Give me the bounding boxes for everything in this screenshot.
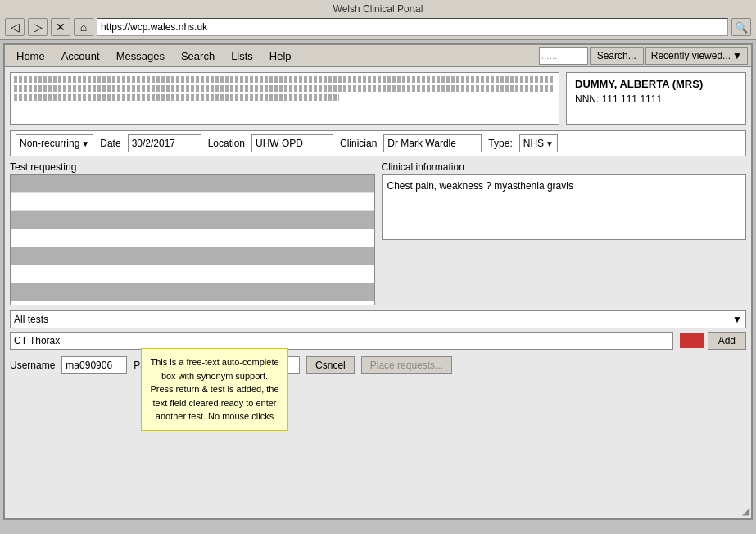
place-requests-button[interactable]: Place requests... xyxy=(361,356,452,374)
test-row-4 xyxy=(11,229,374,247)
test-row-7 xyxy=(11,283,374,301)
menu-home[interactable]: Home xyxy=(8,48,53,65)
add-test-row: Add This is a free-text auto-complete bo… xyxy=(10,332,746,350)
tooltip: This is a free-text auto-complete box wi… xyxy=(141,348,288,431)
menu-messages[interactable]: Messages xyxy=(108,48,173,65)
test-row-1 xyxy=(11,175,374,193)
username-input[interactable] xyxy=(61,356,127,374)
clinician-label: Clinician xyxy=(340,138,377,149)
type-select-arrow: ▼ xyxy=(81,139,89,148)
referral-text-box xyxy=(10,72,559,125)
menu-help[interactable]: Help xyxy=(261,48,300,65)
patient-info-box: DUMMY, ALBERTA (MRS) NNN: 111 111 1111 xyxy=(566,72,746,125)
filter-select-arrow: ▼ xyxy=(732,314,742,325)
test-row-2 xyxy=(11,193,374,211)
type-select[interactable]: Non-recurring ▼ xyxy=(16,134,93,152)
test-requesting-label: Test requesting xyxy=(10,161,375,173)
location-label: Location xyxy=(208,138,245,149)
test-table xyxy=(10,174,375,305)
type2-select[interactable]: NHS ▼ xyxy=(519,134,558,152)
go-button[interactable]: 🔍 xyxy=(731,18,751,36)
patient-name: DUMMY, ALBERTA (MRS) xyxy=(575,78,737,90)
type2-select-arrow: ▼ xyxy=(545,139,554,148)
filter-select[interactable]: All tests ▼ xyxy=(10,310,746,328)
dropdown-arrow-icon: ▼ xyxy=(732,50,742,61)
search-combo[interactable] xyxy=(539,47,588,65)
username-label: Username xyxy=(10,360,55,371)
menu-account[interactable]: Account xyxy=(53,48,108,65)
home-button[interactable]: ⌂ xyxy=(74,18,93,36)
patient-nnn: NNN: 111 111 1111 xyxy=(575,93,737,105)
address-bar[interactable] xyxy=(97,18,728,36)
squiggle-line-1 xyxy=(14,76,555,83)
squiggle-line-2 xyxy=(14,85,555,92)
search-button[interactable]: Search... xyxy=(590,47,644,65)
form-row: Non-recurring ▼ Date Location Clinician … xyxy=(10,130,746,156)
location-input[interactable] xyxy=(251,134,333,152)
filter-row: All tests ▼ xyxy=(10,310,746,328)
highlight-box xyxy=(680,333,704,348)
menu-lists[interactable]: Lists xyxy=(223,48,261,65)
test-row-6 xyxy=(11,265,374,283)
clinician-input[interactable] xyxy=(383,134,482,152)
cancel-button[interactable]: Csncel xyxy=(306,356,355,374)
stop-button[interactable]: ✕ xyxy=(51,18,70,36)
clinical-info-box[interactable]: Chest pain, weakness ? myasthenia gravis xyxy=(382,174,747,240)
clinical-info-label: Clinical information xyxy=(382,161,747,173)
browser-title: Welsh Clinical Portal xyxy=(5,3,751,15)
forward-button[interactable]: ▷ xyxy=(28,18,48,36)
add-button[interactable]: Add xyxy=(708,332,746,350)
back-button[interactable]: ◁ xyxy=(5,18,25,36)
test-row-5 xyxy=(11,247,374,265)
type2-label: Type: xyxy=(488,138,512,149)
test-row-3 xyxy=(11,211,374,229)
test-search-input[interactable] xyxy=(10,332,673,350)
date-input[interactable] xyxy=(128,134,201,152)
menu-search[interactable]: Search xyxy=(173,48,223,65)
auth-row: Username Password ⚠ Csncel Place request… xyxy=(10,356,746,374)
recently-viewed-button[interactable]: Recently viewed... ▼ xyxy=(645,47,748,65)
date-label: Date xyxy=(100,138,120,149)
menubar: Home Account Messages Search Lists Help … xyxy=(5,45,751,67)
squiggle-line-3 xyxy=(14,94,339,101)
resize-handle[interactable]: ◢ xyxy=(742,505,749,517)
